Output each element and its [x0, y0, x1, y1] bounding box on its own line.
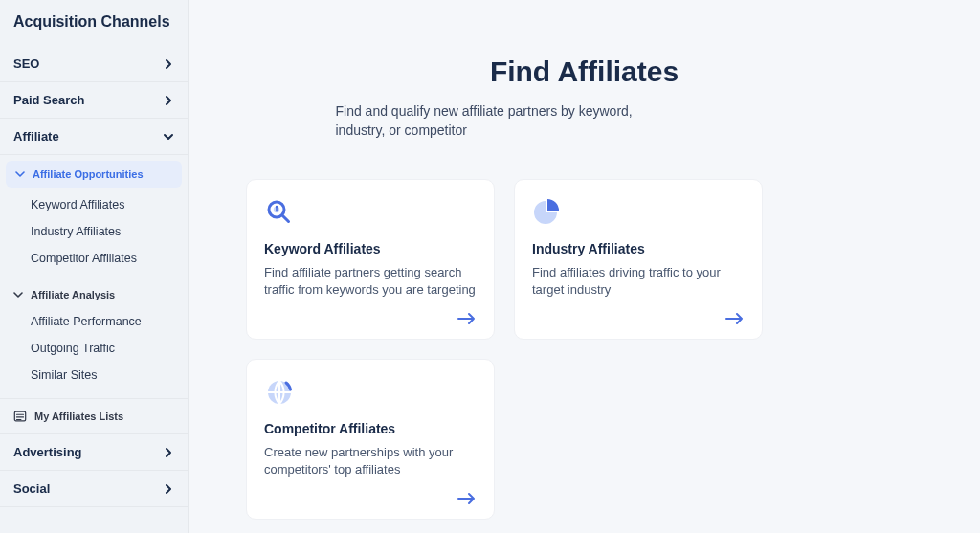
arrow-right-icon: [725, 312, 745, 325]
sidebar-title: Acquisition Channels: [0, 4, 188, 46]
sidebar-subheader-affiliate-analysis[interactable]: Affiliate Analysis: [0, 281, 188, 308]
page-title: Find Affiliates: [250, 56, 920, 88]
card-title: Keyword Affiliates: [264, 241, 477, 256]
sidebar-item-label: SEO: [13, 56, 39, 71]
page-subtitle: Find and qualify new affiliate partners …: [336, 101, 680, 141]
card-desc: Find affiliate partners getting search t…: [264, 264, 477, 302]
sidebar-item-advertising[interactable]: Advertising: [0, 434, 188, 471]
sidebar-subheader-label: Affiliate Opportunities: [33, 168, 144, 180]
sidebar: Acquisition Channels SEO Paid Search Aff…: [0, 0, 189, 533]
chevron-right-icon: [163, 58, 174, 70]
chevron-right-icon: [163, 95, 174, 106]
card-keyword-affiliates[interactable]: Keyword Affiliates Find affiliate partne…: [246, 179, 495, 340]
sidebar-subheader-affiliate-opportunities[interactable]: Affiliate Opportunities: [6, 161, 182, 188]
sidebar-item-label: Social: [13, 481, 50, 496]
sidebar-item-label: My Affiliates Lists: [34, 411, 123, 422]
sidebar-item-social[interactable]: Social: [0, 471, 188, 507]
sidebar-link-similar-sites[interactable]: Similar Sites: [0, 362, 188, 389]
sidebar-item-seo[interactable]: SEO: [0, 46, 188, 82]
chevron-down-icon: [13, 290, 23, 300]
sidebar-link-competitor-affiliates[interactable]: Competitor Affiliates: [0, 245, 188, 272]
card-desc: Find affiliates driving traffic to your …: [532, 264, 745, 302]
chevron-right-icon: [163, 483, 174, 495]
globe-icon: [264, 377, 295, 408]
sidebar-item-my-affiliates-lists[interactable]: My Affiliates Lists: [0, 398, 188, 434]
sidebar-item-label: Paid Search: [13, 93, 84, 107]
pie-chart-icon: [532, 197, 563, 228]
sidebar-item-label: Advertising: [13, 445, 82, 459]
sidebar-subheader-label: Affiliate Analysis: [31, 289, 115, 300]
card-industry-affiliates[interactable]: Industry Affiliates Find affiliates driv…: [514, 179, 763, 340]
chevron-right-icon: [163, 447, 174, 458]
sidebar-link-industry-affiliates[interactable]: Industry Affiliates: [0, 218, 188, 245]
card-desc: Create new partnerships with your compet…: [264, 444, 477, 482]
card-title: Competitor Affiliates: [264, 421, 477, 436]
main-content: Find Affiliates Find and qualify new aff…: [189, 0, 980, 533]
sidebar-item-paid-search[interactable]: Paid Search: [0, 82, 188, 119]
card-grid: Keyword Affiliates Find affiliate partne…: [246, 179, 923, 520]
sidebar-link-outgoing-traffic[interactable]: Outgoing Traffic: [0, 335, 188, 362]
chevron-down-icon: [163, 131, 174, 143]
sidebar-item-label: Affiliate: [13, 129, 59, 144]
magnify-icon: [264, 197, 295, 228]
card-title: Industry Affiliates: [532, 241, 745, 256]
hero: Find Affiliates Find and qualify new aff…: [250, 56, 920, 141]
sidebar-link-keyword-affiliates[interactable]: Keyword Affiliates: [0, 191, 188, 218]
sidebar-link-affiliate-performance[interactable]: Affiliate Performance: [0, 308, 188, 335]
list-icon: [13, 410, 27, 423]
card-competitor-affiliates[interactable]: Competitor Affiliates Create new partner…: [246, 359, 495, 520]
arrow-right-icon: [457, 312, 477, 325]
arrow-right-icon: [457, 492, 477, 505]
sidebar-item-affiliate[interactable]: Affiliate: [0, 119, 188, 155]
chevron-down-icon: [15, 169, 25, 179]
